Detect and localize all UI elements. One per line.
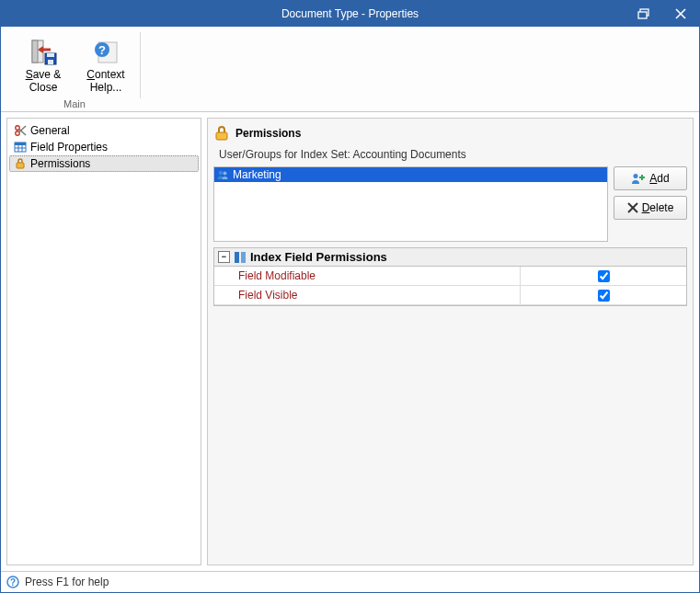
save-close-icon [29, 37, 58, 66]
grid-row-check-cell [520, 267, 686, 285]
save-and-close-button[interactable]: Save & Close [14, 32, 73, 97]
grid-icon [14, 141, 27, 154]
help-icon: ? [6, 576, 19, 588]
scissors-icon [14, 124, 27, 137]
usergroups-side-buttons: Add Delete [614, 166, 687, 242]
grid-row-label: Field Visible [214, 289, 520, 302]
help-icon: ? [91, 37, 120, 66]
titlebar: Document Type - Properties [1, 1, 699, 27]
body: General Field Properties Permissions [1, 112, 699, 571]
permissions-section-title: Permissions [235, 127, 301, 140]
statusbar: ? Press F1 for help [1, 571, 699, 592]
svg-point-26 [224, 172, 227, 176]
grid-row: Field Modifiable [214, 267, 686, 286]
usergroups-row: Marketing Add [213, 166, 687, 242]
delete-icon [627, 202, 638, 213]
svg-rect-32 [235, 252, 239, 263]
svg-rect-24 [216, 132, 227, 140]
svg-rect-23 [17, 163, 24, 168]
restore-icon [637, 8, 650, 19]
window-title: Document Type - Properties [281, 7, 419, 20]
lock-icon [14, 157, 27, 170]
svg-rect-1 [638, 12, 647, 18]
lock-icon [213, 125, 230, 142]
usergroups-label: User/Groups for Index Set: Accounting Do… [213, 148, 687, 161]
index-field-permissions-panel: − Index Field Permissions Field Modifiab… [213, 247, 687, 306]
group-icon [216, 168, 229, 181]
context-help-button[interactable]: ? Context Help... [76, 32, 135, 97]
list-item-label: Marketing [233, 168, 281, 181]
grid-row: Field Visible [214, 286, 686, 305]
usergroups-listbox[interactable]: Marketing [213, 166, 608, 242]
ribbon: Save & Close ? Context Help... [1, 27, 699, 112]
list-item[interactable]: Marketing [214, 167, 607, 182]
permissions-section-header: Permissions [213, 124, 687, 143]
status-text: Press F1 for help [25, 576, 109, 588]
svg-rect-19 [15, 143, 26, 145]
svg-text:?: ? [98, 43, 106, 57]
grid-row-label: Field Modifiable [214, 269, 520, 282]
field-modifiable-checkbox[interactable] [598, 270, 610, 282]
ribbon-buttons: Save & Close ? Context Help... [14, 32, 135, 97]
close-button[interactable] [662, 1, 699, 27]
index-field-permissions-title: Index Field Permissions [250, 250, 387, 264]
window: Document Type - Properties [0, 0, 700, 593]
context-help-label: Context Help... [86, 68, 124, 94]
close-icon [675, 8, 686, 19]
add-button[interactable]: Add [614, 166, 687, 190]
content-pane: Permissions User/Groups for Index Set: A… [207, 118, 694, 565]
columns-icon [234, 251, 247, 264]
svg-point-25 [219, 171, 224, 176]
nav-item-general[interactable]: General [9, 122, 199, 139]
nav-item-label: General [30, 124, 70, 137]
ribbon-group-main: Save & Close ? Context Help... [8, 30, 141, 111]
collapse-toggle[interactable]: − [218, 251, 230, 263]
grid-row-check-cell [520, 286, 686, 304]
add-user-icon [631, 172, 646, 185]
title-controls [625, 1, 699, 27]
restore-button[interactable] [625, 1, 662, 27]
ribbon-row: Save & Close ? Context Help... [8, 30, 692, 111]
delete-button[interactable]: Delete [614, 196, 687, 220]
nav-item-field-properties[interactable]: Field Properties [9, 139, 199, 155]
nav-item-label: Field Properties [30, 141, 108, 154]
field-visible-checkbox[interactable] [598, 290, 610, 302]
nav-pane: General Field Properties Permissions [6, 118, 201, 565]
nav-item-label: Permissions [30, 157, 90, 170]
svg-rect-10 [48, 60, 53, 64]
index-field-permissions-header: − Index Field Permissions [214, 248, 686, 267]
nav-item-permissions[interactable]: Permissions [9, 155, 199, 172]
svg-text:?: ? [10, 577, 16, 587]
svg-rect-5 [32, 40, 38, 63]
svg-rect-9 [47, 53, 54, 57]
ribbon-group-caption: Main [63, 98, 86, 109]
svg-point-27 [634, 174, 638, 178]
save-and-close-label: Save & Close [26, 68, 62, 94]
svg-rect-33 [241, 252, 246, 263]
